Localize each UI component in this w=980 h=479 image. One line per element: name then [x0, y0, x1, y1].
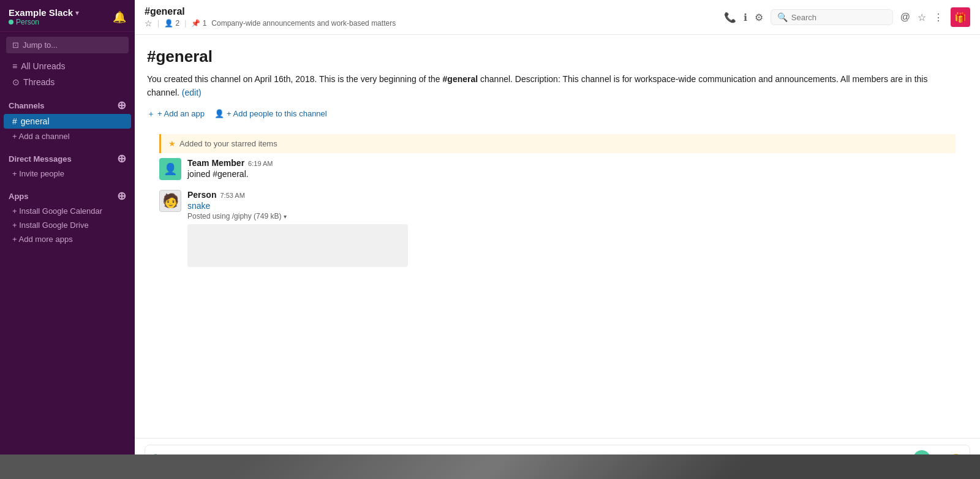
search-icon: 🔍 [777, 12, 788, 22]
phone-icon[interactable]: 📞 [724, 12, 736, 23]
channel-meta: ☆ | 👤 2 | 📌 1 Company-wide announcements… [145, 18, 396, 28]
message-header: Person 7:53 AM [187, 190, 956, 200]
add-channel-button[interactable]: + Add a channel [4, 130, 131, 143]
team-member-avatar-icon: 👤 [164, 162, 177, 176]
more-icon[interactable]: ⋮ [933, 12, 943, 23]
message-text: snake [187, 201, 956, 211]
status-dot-icon [9, 20, 13, 25]
direct-messages-section-header: Direct Messages ⊕ [0, 143, 135, 167]
channel-actions: ＋ + Add an app 👤 + Add people to this ch… [147, 108, 968, 119]
avatar: 🧑 [159, 190, 181, 212]
message-content: Team Member 6:19 AM joined #general. [187, 158, 956, 179]
giphy-preview [187, 224, 408, 267]
person-avatar-icon: 🧑 [162, 193, 179, 209]
jump-icon: ⊡ [12, 40, 19, 50]
star-notification-icon: ★ [168, 139, 176, 148]
main-content: #general ☆ | 👤 2 | 📌 1 Company-wide anno… [135, 0, 980, 479]
sidebar-item-threads[interactable]: ⊙ Threads [4, 75, 131, 89]
channel-description: Company-wide announcements and work-base… [211, 19, 396, 28]
channel-title: #general [145, 6, 396, 17]
workspace-info: Example Slack ▾ Person [9, 7, 79, 26]
at-icon[interactable]: @ [900, 12, 910, 23]
table-row: 👤 Team Member 6:19 AM joined #general. [159, 153, 956, 185]
sidebar: Example Slack ▾ Person 🔔 ⊡ Jump to... ≡ … [0, 0, 135, 479]
add-dm-icon[interactable]: ⊕ [117, 153, 126, 164]
search-box[interactable]: 🔍 [771, 9, 893, 25]
workspace-person: Person [9, 18, 79, 26]
sidebar-item-general[interactable]: # general [4, 114, 131, 129]
jump-to-button[interactable]: ⊡ Jump to... [6, 37, 129, 53]
add-channel-icon[interactable]: ⊕ [117, 100, 126, 111]
starred-notification: ★ Added to your starred items [159, 134, 956, 153]
giphy-label: Posted using /giphy (749 kB) ▾ [187, 212, 956, 221]
channel-header-right: 📞 ℹ ⚙ 🔍 @ ☆ ⋮ 🎁 [724, 7, 970, 27]
unreads-icon: ≡ [12, 61, 17, 71]
add-app-button[interactable]: ＋ + Add an app [147, 108, 205, 119]
add-people-button[interactable]: 👤 + Add people to this channel [214, 108, 327, 119]
member-count: 👤 2 [164, 19, 179, 28]
apps-section-header: Apps ⊕ [0, 181, 135, 204]
table-row: 🧑 Person 7:53 AM snake Posted using /gip… [159, 185, 956, 272]
info-icon[interactable]: ℹ [744, 12, 747, 23]
messages-area: ★ Added to your starred items 👤 Team Mem… [147, 134, 968, 272]
bell-icon[interactable]: 🔔 [113, 10, 126, 24]
invite-people-button[interactable]: + Invite people [4, 167, 131, 180]
install-google-calendar-button[interactable]: + Install Google Calendar [4, 205, 131, 217]
message-header: Team Member 6:19 AM [187, 158, 956, 168]
dropdown-arrow-icon[interactable]: ▾ [284, 213, 287, 220]
install-google-drive-button[interactable]: + Install Google Drive [4, 219, 131, 232]
channel-header-left: #general ☆ | 👤 2 | 📌 1 Company-wide anno… [145, 6, 396, 28]
snake-link[interactable]: snake [187, 201, 210, 211]
avatar: 👤 [159, 158, 181, 180]
hash-icon: # [12, 116, 17, 126]
channel-welcome-title: #general [147, 47, 968, 66]
message-text: joined #general. [187, 169, 956, 179]
star-header-icon[interactable]: ☆ [918, 12, 926, 23]
workspace-name[interactable]: Example Slack ▾ [9, 7, 79, 18]
star-icon[interactable]: ☆ [145, 18, 153, 28]
settings-icon[interactable]: ⚙ [755, 12, 763, 23]
sidebar-item-all-unreads[interactable]: ≡ All Unreads [4, 59, 131, 74]
gift-button[interactable]: 🎁 [951, 7, 970, 27]
person-add-icon: 👤 [214, 109, 224, 118]
search-input[interactable] [791, 13, 877, 22]
add-more-apps-button[interactable]: + Add more apps [4, 233, 131, 246]
threads-icon: ⊙ [12, 77, 20, 87]
plus-icon: ＋ [147, 108, 155, 119]
channel-header: #general ☆ | 👤 2 | 📌 1 Company-wide anno… [135, 0, 980, 35]
edit-link[interactable]: (edit) [182, 88, 202, 97]
pin-count: 📌 1 [191, 19, 206, 28]
sidebar-header: Example Slack ▾ Person 🔔 [0, 0, 135, 32]
chevron-down-icon: ▾ [75, 9, 79, 17]
channel-welcome-desc: You created this channel on April 16th, … [147, 72, 943, 100]
channel-content: #general You created this channel on Apr… [135, 35, 980, 438]
add-app-icon[interactable]: ⊕ [117, 190, 126, 202]
channels-section-header: Channels ⊕ [0, 90, 135, 113]
message-content: Person 7:53 AM snake Posted using /giphy… [187, 190, 956, 267]
